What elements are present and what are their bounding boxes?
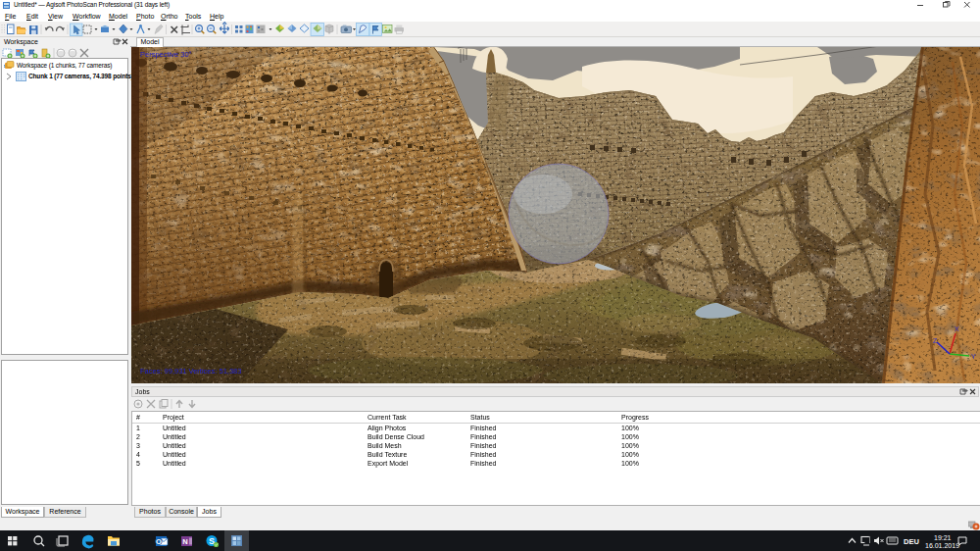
svg-text:Perspective 30°: Perspective 30° xyxy=(140,50,192,59)
svg-text:Z: Z xyxy=(933,337,938,344)
svg-text:Faces: 99,931 Vertices: 51,383: Faces: 99,931 Vertices: 51,383 xyxy=(140,367,241,376)
svg-text:N: N xyxy=(182,537,187,546)
svg-text:19:21: 19:21 xyxy=(934,534,952,541)
svg-text:DEU: DEU xyxy=(904,537,919,546)
svg-text:16.01.2019: 16.01.2019 xyxy=(925,542,959,549)
svg-text:Y: Y xyxy=(971,353,976,360)
svg-text:O: O xyxy=(156,537,162,546)
svg-text:X: X xyxy=(955,326,959,332)
